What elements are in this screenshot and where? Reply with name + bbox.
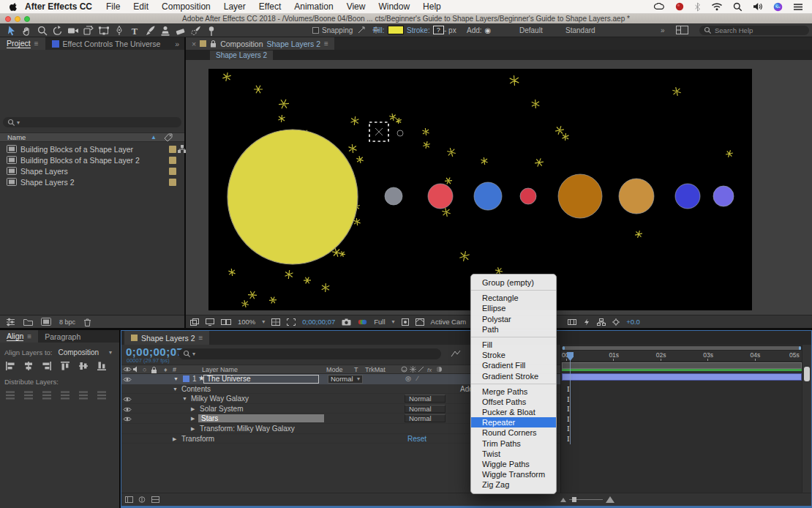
group-label[interactable]: Transform: Milky Way Galaxy: [200, 425, 295, 433]
label-color-swatch[interactable]: [169, 157, 176, 164]
group-blend-mode-select[interactable]: Normal: [405, 395, 446, 403]
close-tab-icon[interactable]: ×: [192, 40, 196, 48]
distribute-vertical-center-button[interactable]: [23, 390, 34, 400]
menu-item-pucker-bloat[interactable]: Pucker & Bloat: [471, 407, 556, 417]
menu-item-gradient-fill[interactable]: Gradient Fill: [471, 360, 556, 370]
align-vertical-center-button[interactable]: [78, 361, 89, 371]
brush-tool[interactable]: [142, 24, 157, 37]
pen-tool[interactable]: [111, 24, 127, 37]
mask-visibility-icon[interactable]: [402, 318, 409, 326]
layer-duration-bar[interactable]: [562, 373, 802, 381]
fast-preview-icon[interactable]: [583, 318, 590, 326]
menu-help[interactable]: Help: [423, 1, 441, 12]
menu-item-wiggle-paths[interactable]: Wiggle Paths: [471, 459, 556, 469]
viewer-timecode[interactable]: 0;00;00;07: [302, 318, 335, 326]
menu-layer[interactable]: Layer: [224, 1, 246, 12]
snap-along-edges-icon[interactable]: [357, 26, 366, 34]
menu-item-round-corners[interactable]: Round Corners: [471, 427, 556, 438]
menu-item-fill[interactable]: Fill: [471, 340, 556, 350]
add-shape-control[interactable]: Add: ◉: [467, 23, 491, 37]
menu-composition[interactable]: Composition: [162, 1, 211, 12]
stroke-color-swatch[interactable]: ?: [433, 26, 444, 34]
label-color-swatch[interactable]: [169, 168, 176, 175]
bluetooth-icon[interactable]: [694, 2, 701, 12]
distribute-right-button[interactable]: [97, 390, 107, 400]
timeline-zoom-control[interactable]: [560, 496, 614, 503]
menu-view[interactable]: View: [347, 1, 366, 12]
align-right-button[interactable]: [42, 361, 52, 371]
planet-1[interactable]: [385, 187, 402, 205]
project-item-shape-layers-2[interactable]: Shape Layers 2: [0, 176, 184, 187]
zoom-tool[interactable]: [34, 24, 50, 37]
comp-mini-flowchart-icon[interactable]: [451, 350, 461, 358]
distribute-top-button[interactable]: [5, 390, 15, 400]
viewer-subtab[interactable]: Shape Layers 2: [210, 51, 273, 60]
project-item-shape-layers[interactable]: Shape Layers: [0, 165, 184, 176]
expander-icon[interactable]: ▶: [191, 426, 195, 432]
eraser-tool[interactable]: [173, 24, 188, 37]
timeline-search-box[interactable]: ▾: [178, 348, 441, 359]
project-search-input[interactable]: [21, 119, 168, 126]
tab-project[interactable]: Project≡: [0, 37, 45, 50]
sun-shape[interactable]: [228, 130, 358, 264]
workspace-switcher-icon[interactable]: [676, 23, 688, 37]
eye-icon[interactable]: [123, 406, 132, 413]
align-to-select[interactable]: Composition: [58, 348, 99, 356]
label-color-swatch[interactable]: [169, 179, 176, 186]
shape-tool[interactable]: [96, 24, 111, 37]
project-list-header[interactable]: Name ▲: [0, 132, 184, 142]
snapshot-icon[interactable]: [342, 318, 351, 326]
group-label[interactable]: Milky Way Galaxy: [191, 395, 249, 403]
resolution-select[interactable]: Full: [374, 318, 385, 326]
eye-icon[interactable]: [123, 396, 132, 403]
parent-pickwhip-icon[interactable]: ◎: [405, 375, 411, 382]
align-top-button[interactable]: [60, 361, 70, 371]
menu-item-offset-paths[interactable]: Offset Paths: [471, 397, 556, 407]
eye-icon[interactable]: [123, 376, 132, 383]
snapping-toggle[interactable]: Snapping: [312, 23, 353, 37]
spotlight-icon[interactable]: [733, 2, 743, 12]
snapping-checkbox[interactable]: [312, 27, 319, 34]
type-tool[interactable]: T: [127, 24, 142, 37]
menu-item-zig-zag[interactable]: Zig Zag: [471, 479, 556, 490]
menu-item-rectangle[interactable]: Rectangle: [471, 293, 556, 303]
timeline-tab[interactable]: Shape Layers 2 ≡: [124, 331, 209, 345]
expander-icon[interactable]: ▶: [191, 406, 195, 412]
group-label[interactable]: Stars: [198, 414, 324, 422]
siri-icon[interactable]: [773, 2, 783, 12]
timeline-search-input[interactable]: [197, 351, 416, 358]
project-item-building-blocks-of-a-shape-layer[interactable]: Building Blocks of a Shape Layer: [0, 143, 184, 154]
puppet-pin-tool[interactable]: [203, 24, 219, 37]
expander-icon[interactable]: ▼: [173, 386, 178, 392]
exposure-value[interactable]: +0.0: [626, 318, 640, 326]
group-label[interactable]: Contents: [181, 385, 211, 393]
planet-4[interactable]: [520, 188, 536, 204]
in-out-pane-toggle-icon[interactable]: [151, 496, 159, 503]
tab-composition[interactable]: × Composition Shape Layers 2 ≡: [186, 37, 334, 50]
expander-icon[interactable]: ▶: [191, 416, 195, 422]
switches-pane-toggle-icon[interactable]: [125, 496, 133, 503]
tab-paragraph[interactable]: Paragraph: [38, 330, 87, 343]
lock-icon[interactable]: [210, 40, 217, 48]
camera-select[interactable]: Active Cam: [431, 318, 467, 326]
current-time-field[interactable]: 0;00;00;07: [126, 345, 183, 358]
group-blend-mode-select[interactable]: Normal: [405, 405, 446, 413]
menu-item-merge-paths[interactable]: Merge Paths: [471, 386, 556, 397]
planet-8[interactable]: [713, 186, 734, 206]
menu-animation[interactable]: Animation: [294, 1, 333, 12]
screen-record-icon[interactable]: [675, 2, 684, 11]
notification-list-icon[interactable]: [793, 3, 803, 11]
view-layout-icon[interactable]: [416, 318, 424, 326]
menu-item-wiggle-transform[interactable]: Wiggle Transform: [471, 469, 556, 479]
reset-transform-link[interactable]: Reset: [407, 435, 426, 443]
align-left-button[interactable]: [5, 361, 15, 371]
group-blend-mode-select[interactable]: Normal: [405, 414, 446, 422]
distribute-bottom-button[interactable]: [42, 390, 52, 400]
distribute-left-button[interactable]: [60, 390, 70, 400]
planet-7[interactable]: [675, 184, 700, 209]
volume-icon[interactable]: [753, 2, 763, 11]
clone-stamp-tool[interactable]: [157, 24, 173, 37]
show-channel-icon[interactable]: [358, 318, 367, 326]
selection-tool[interactable]: [4, 24, 19, 37]
flowchart-icon[interactable]: [597, 318, 606, 326]
